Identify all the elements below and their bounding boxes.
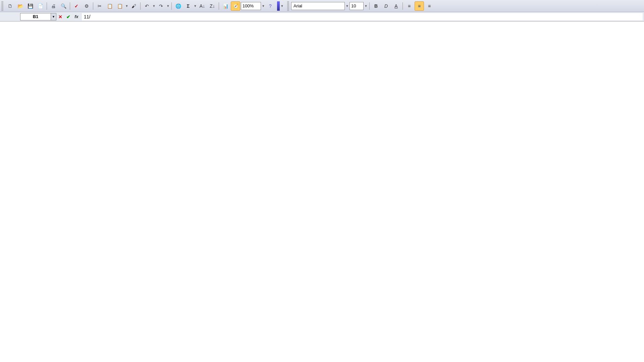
toolbar-overflow-dd[interactable]: ▼ [280, 1, 284, 11]
font-size-input[interactable] [350, 2, 364, 10]
font-name-input[interactable] [291, 2, 345, 10]
chart-icon[interactable]: 📊 [221, 1, 230, 11]
function-wizard-icon[interactable]: fx [73, 13, 80, 20]
zoom-dropdown[interactable]: ▼ [262, 1, 265, 11]
sum-dropdown[interactable]: ▼ [194, 1, 197, 11]
redo-dropdown[interactable]: ▼ [166, 1, 170, 11]
font-size-dropdown[interactable]: ▼ [364, 1, 368, 11]
navigator-icon[interactable]: 🧭 [231, 1, 240, 11]
help-icon[interactable]: ? [266, 1, 275, 11]
zoom-input[interactable] [241, 2, 261, 10]
formula-input[interactable] [82, 13, 643, 20]
sort-asc-icon[interactable]: A↓ [198, 1, 207, 11]
formula-bar: ▼ ✕ ✔ fx [0, 12, 644, 21]
export-pdf-icon[interactable]: 📄 [36, 1, 45, 11]
italic-icon[interactable]: D [381, 1, 391, 11]
save-icon[interactable]: 💾 [25, 1, 35, 11]
print-preview-icon[interactable]: 🔍 [59, 1, 68, 11]
sum-icon[interactable]: Σ [183, 1, 193, 11]
print-icon[interactable]: 🖨 [49, 1, 58, 11]
standard-toolbar: 🗋 📂 💾 📄 🖨 🔍 ✓ ⚙ ✂ 📋 📋 ▼ 🖌 ↶ ▼ ↷ ▼ 🌐 Σ ▼ … [0, 0, 644, 12]
paste-icon[interactable]: 📋 [115, 1, 124, 11]
font-name-dropdown[interactable]: ▼ [345, 1, 349, 11]
cancel-icon[interactable]: ✕ [57, 13, 64, 20]
bold-icon[interactable]: B [371, 1, 381, 11]
autocorrect-icon[interactable]: ⚙ [82, 1, 91, 11]
accept-icon[interactable]: ✔ [65, 13, 72, 20]
sort-desc-icon[interactable]: Z↓ [208, 1, 217, 11]
paste-dropdown[interactable]: ▼ [125, 1, 128, 11]
undo-icon[interactable]: ↶ [142, 1, 152, 11]
toolbar-overflow[interactable] [277, 1, 280, 11]
format-paintbrush-icon[interactable]: 🖌 [129, 1, 139, 11]
undo-dropdown[interactable]: ▼ [152, 1, 156, 11]
underline-icon[interactable]: A [391, 1, 401, 11]
format-toolbar-grip[interactable] [287, 1, 289, 11]
name-box[interactable] [20, 13, 51, 20]
spellcheck-icon[interactable]: ✓ [72, 1, 81, 11]
new-icon[interactable]: 🗋 [5, 1, 15, 11]
hyperlink-icon[interactable]: 🌐 [173, 1, 183, 11]
toolbar-grip[interactable] [1, 1, 3, 11]
redo-icon[interactable]: ↷ [156, 1, 166, 11]
align-center-icon[interactable]: ≡ [415, 1, 424, 11]
name-box-dropdown[interactable]: ▼ [51, 13, 56, 20]
align-right-icon[interactable]: ≡ [425, 1, 434, 11]
copy-icon[interactable]: 📋 [105, 1, 114, 11]
open-icon[interactable]: 📂 [15, 1, 25, 11]
align-left-icon[interactable]: ≡ [405, 1, 414, 11]
cut-icon[interactable]: ✂ [95, 1, 104, 11]
